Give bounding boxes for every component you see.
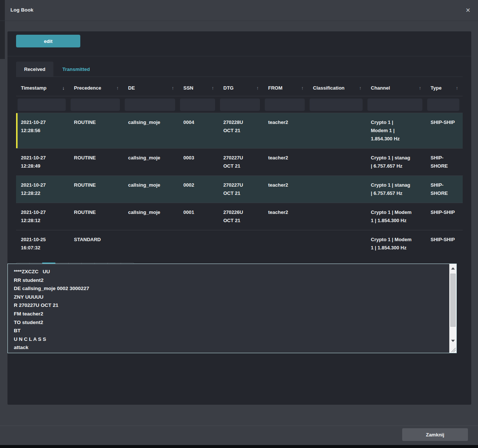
sort-asc-icon[interactable]: ↑	[419, 85, 422, 91]
selected-row-marker	[16, 113, 18, 148]
edit-button[interactable]: edit	[16, 35, 80, 47]
column-header-dtg[interactable]: DTG↑	[218, 80, 263, 96]
filter-input-ssn[interactable]	[180, 99, 215, 111]
column-label: DTG	[223, 85, 233, 91]
column-header-type[interactable]: Type↑	[426, 80, 463, 96]
table-cell: teacher2	[263, 118, 308, 143]
column-header-precedence[interactable]: Precedence↑	[69, 80, 123, 96]
table-cell	[308, 154, 366, 170]
tab-bar: Received Transmitted	[16, 62, 463, 77]
table-cell: ROUTINE	[69, 181, 123, 197]
cell-text: 2021-10-27 12:28:49	[21, 154, 65, 170]
table-cell: 0004	[179, 118, 218, 143]
filter-cell	[69, 99, 123, 111]
cell-text: 2021-10-25 16:07:32	[21, 236, 65, 252]
table-cell: 2021-10-25 16:07:32	[16, 236, 69, 252]
filter-input-dtg[interactable]	[220, 99, 260, 111]
table-row[interactable]: 2021-10-27 12:28:56ROUTINEcallsing_moje0…	[16, 113, 463, 148]
table-cell	[263, 236, 308, 252]
column-label: FROM	[268, 85, 282, 91]
table-cell: Crypto 1 | Modem 1 | 1.854.300 Hz	[366, 236, 426, 252]
table-cell: callsing_moje	[123, 118, 179, 143]
filter-input-classification[interactable]	[310, 99, 363, 111]
cell-text: 0004	[183, 118, 194, 127]
column-header-classification[interactable]: Classification↑	[308, 80, 366, 96]
table-cell: teacher2	[263, 154, 308, 170]
sort-asc-icon[interactable]: ↑	[257, 85, 259, 91]
table-cell: 270227U OCT 21	[218, 181, 263, 197]
sort-asc-icon[interactable]: ↑	[301, 85, 304, 91]
edit-toolbar: edit	[7, 31, 471, 56]
column-label: Timestamp	[21, 85, 46, 91]
message-preview-box[interactable]: ****ZXCZC UU RR student2 DE callsing_moj…	[7, 264, 457, 353]
close-dialog-button[interactable]: Zamknij	[402, 428, 468, 441]
cell-text: teacher2	[268, 208, 288, 217]
cell-text: Crypto 1 | Modem 1 | 1.854.300 Hz	[371, 208, 413, 225]
table-cell: SHIP-SHIP	[426, 118, 463, 143]
table-cell: Crypto 1 | stanag | 6.757.657 Hz	[366, 181, 426, 197]
filter-cell	[426, 99, 463, 111]
table-cell: 2021-10-27 12:28:12	[16, 208, 69, 225]
cell-text: callsing_moje	[128, 118, 160, 127]
scrollbar[interactable]	[449, 264, 456, 353]
resize-grip-icon[interactable]	[449, 345, 456, 353]
column-header-ssn[interactable]: SSN↑	[179, 80, 218, 96]
filter-input-de[interactable]	[125, 99, 175, 111]
cell-text: 270227U OCT 21	[223, 181, 253, 197]
table-cell: ROUTINE	[69, 118, 123, 143]
logbook-table: Timestamp↓Precedence↑DE↑SSN↑DTG↑FROM↑Cla…	[16, 80, 463, 257]
table-cell: 2021-10-27 12:28:49	[16, 154, 69, 170]
cell-text: SHIP-SHIP	[431, 208, 455, 217]
cell-text: Crypto 1 | stanag | 6.757.657 Hz	[371, 181, 413, 197]
sort-asc-icon[interactable]: ↑	[172, 85, 174, 91]
filter-input-from[interactable]	[265, 99, 305, 111]
table-cell	[123, 236, 179, 252]
table-row[interactable]: 2021-10-27 12:28:22ROUTINEcallsing_moje0…	[16, 175, 463, 203]
footer-divider	[0, 426, 478, 426]
scroll-down-icon[interactable]	[450, 336, 456, 345]
tab-received[interactable]: Received	[16, 62, 53, 77]
sort-asc-icon[interactable]: ↑	[359, 85, 362, 91]
cell-text: ROUTINE	[74, 181, 96, 189]
cell-text: Crypto 1 | stanag | 6.757.657 Hz	[371, 154, 413, 170]
table-filter-row	[16, 96, 463, 113]
filter-cell	[123, 99, 179, 111]
table-row[interactable]: 2021-10-25 16:07:32STANDARDCrypto 1 | Mo…	[16, 230, 463, 257]
column-header-channel[interactable]: Channel↑	[366, 80, 426, 96]
scroll-up-icon[interactable]	[450, 264, 456, 273]
scrollbar-thumb[interactable]	[450, 274, 456, 327]
table-cell: 2021-10-27 12:28:56	[16, 118, 69, 143]
table-cell: Crypto 1 | stanag | 6.757.657 Hz	[366, 154, 426, 170]
table-row[interactable]: 2021-10-27 12:28:12ROUTINEcallsing_moje0…	[16, 203, 463, 230]
table-cell: Crypto 1 | Modem 1 | 1.854.300 Hz	[366, 208, 426, 225]
table-cell: 270227U OCT 21	[218, 154, 263, 170]
cell-text: 0001	[183, 208, 194, 217]
cell-text: 0003	[183, 154, 194, 162]
sort-asc-icon[interactable]: ↑	[212, 85, 214, 91]
filter-input-precedence[interactable]	[71, 99, 120, 111]
filter-input-channel[interactable]	[367, 99, 422, 111]
table-cell: callsing_moje	[123, 208, 179, 225]
column-header-from[interactable]: FROM↑	[263, 80, 308, 96]
table-cell: SHIP-SHIP	[426, 236, 463, 252]
filter-input-type[interactable]	[427, 99, 459, 111]
table-cell	[308, 208, 366, 225]
tab-transmitted[interactable]: Transmitted	[62, 62, 90, 77]
table-cell: teacher2	[263, 208, 308, 225]
cell-text: 2021-10-27 12:28:56	[21, 118, 65, 135]
sort-asc-icon[interactable]: ↑	[456, 85, 459, 91]
column-header-de[interactable]: DE↑	[123, 80, 179, 96]
cell-text: ROUTINE	[74, 118, 96, 127]
sort-desc-icon[interactable]: ↓	[62, 85, 65, 91]
sort-asc-icon[interactable]: ↑	[117, 85, 119, 91]
table-cell: SHIP-SHIP	[426, 208, 463, 225]
cell-text: 270227U OCT 21	[223, 154, 253, 170]
filter-input-timestamp[interactable]	[18, 99, 66, 111]
cell-text: Crypto 1 | Modem 1 | 1.854.300 Hz	[371, 118, 407, 143]
table-cell: SHIP-SHORE	[426, 154, 463, 170]
table-cell: 2021-10-27 12:28:22	[16, 181, 69, 197]
table-row[interactable]: 2021-10-27 12:28:49ROUTINEcallsing_moje0…	[16, 148, 463, 175]
column-label: Precedence	[74, 85, 101, 91]
close-icon[interactable]: ✕	[463, 6, 473, 15]
column-header-timestamp[interactable]: Timestamp↓	[16, 80, 69, 96]
